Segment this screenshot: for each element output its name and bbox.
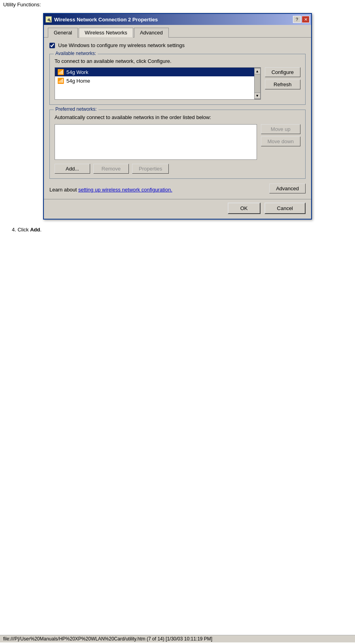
available-networks-group: Available networks: To connect to an ava… — [49, 54, 306, 105]
dialog-body: Use Windows to configure my wireless net… — [44, 37, 311, 199]
tab-advanced[interactable]: Advanced — [134, 28, 169, 38]
configure-checkbox[interactable] — [49, 43, 55, 48]
page-label: Utility Functions: — [0, 0, 355, 9]
bottom-url: file:///P|/User%20Manuals/HP%20XP%20WLAN… — [0, 635, 355, 642]
step-suffix: . — [40, 227, 42, 233]
step-bold: Add — [30, 227, 40, 233]
step-instruction: 4. Click Add. — [0, 226, 355, 234]
preferred-buttons: Move up Move down — [261, 124, 300, 146]
network-item-work[interactable]: 📶 54g Work — [55, 68, 254, 76]
title-icon: 🔌 — [45, 16, 52, 23]
learn-link[interactable]: setting up wireless network configuratio… — [78, 187, 172, 193]
network-icon-work: 📶 — [57, 69, 64, 75]
configure-button[interactable]: Configure — [265, 67, 300, 77]
network-item-home[interactable]: 📶 54g Home — [55, 76, 254, 85]
bottom-row-buttons: Add... Remove Properties — [55, 164, 300, 174]
help-button[interactable]: ? — [293, 16, 301, 23]
available-buttons: Configure Refresh — [265, 67, 300, 89]
title-bar: 🔌 Wireless Network Connection 2 Properti… — [44, 14, 311, 25]
add-button[interactable]: Add... — [55, 164, 90, 174]
checkbox-row: Use Windows to configure my wireless net… — [49, 42, 306, 48]
move-up-button[interactable]: Move up — [261, 124, 300, 134]
tab-wireless-networks[interactable]: Wireless Networks — [79, 28, 133, 38]
available-content: 📶 54g Work 📶 54g Home ▲ ▼ — [55, 67, 300, 100]
available-network-list[interactable]: 📶 54g Work 📶 54g Home — [55, 68, 254, 99]
advanced-button[interactable]: Advanced — [269, 184, 306, 193]
network-icon-home: 📶 — [57, 78, 64, 84]
step-prefix: 4. Click — [12, 227, 30, 233]
ok-button[interactable]: OK — [228, 203, 261, 214]
available-group-label: Available networks: — [54, 51, 98, 56]
move-down-button[interactable]: Move down — [261, 136, 300, 146]
preferred-content: Move up Move down — [55, 124, 300, 160]
tab-general[interactable]: General — [48, 28, 78, 38]
network-name-home: 54g Home — [66, 78, 90, 84]
preferred-networks-group: Preferred networks: Automatically connec… — [49, 110, 306, 179]
dialog: 🔌 Wireless Network Connection 2 Properti… — [43, 13, 312, 220]
preferred-desc: Automatically connect to available netwo… — [55, 114, 300, 121]
tabs-row: General Wireless Networks Advanced — [44, 25, 311, 37]
learn-prefix: Learn about — [49, 187, 78, 193]
close-button[interactable]: ✕ — [302, 16, 310, 23]
dialog-title: Wireless Network Connection 2 Properties — [54, 17, 158, 23]
network-name-work: 54g Work — [66, 69, 88, 75]
learn-row: Learn about setting up wireless network … — [49, 184, 306, 193]
preferred-network-list[interactable] — [55, 124, 257, 160]
scroll-up-btn[interactable]: ▲ — [254, 68, 261, 74]
properties-button[interactable]: Properties — [132, 164, 169, 174]
remove-button[interactable]: Remove — [93, 164, 129, 174]
scroll-track — [255, 74, 260, 93]
dialog-footer: OK Cancel — [44, 199, 311, 219]
available-desc: To connect to an available network, clic… — [55, 58, 300, 64]
available-scrollbar[interactable]: ▲ ▼ — [254, 68, 261, 99]
scroll-down-btn[interactable]: ▼ — [254, 93, 261, 99]
checkbox-label: Use Windows to configure my wireless net… — [58, 42, 185, 48]
preferred-group-label: Preferred networks: — [54, 106, 98, 112]
cancel-button[interactable]: Cancel — [264, 203, 306, 214]
learn-text: Learn about setting up wireless network … — [49, 186, 172, 193]
refresh-button[interactable]: Refresh — [265, 80, 300, 89]
